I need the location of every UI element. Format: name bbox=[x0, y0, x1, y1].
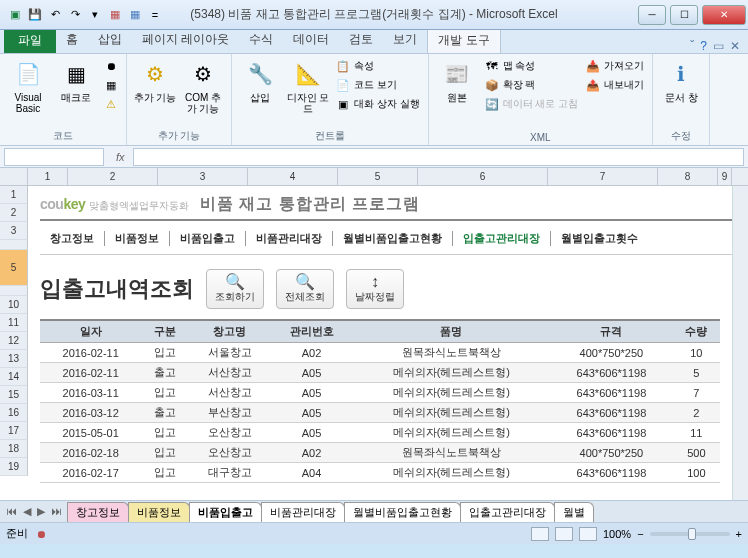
row-header[interactable]: 15 bbox=[0, 386, 28, 404]
sheet-tab[interactable]: 비품정보 bbox=[128, 502, 190, 522]
minimize-button[interactable]: ─ bbox=[638, 5, 666, 25]
xml-source-button[interactable]: 📰원본 bbox=[435, 58, 479, 103]
ribbon-tab[interactable]: 홈 bbox=[56, 27, 88, 53]
sheet-prev-icon[interactable]: ◀ bbox=[21, 505, 33, 518]
all-search-button[interactable]: 🔍전체조회 bbox=[276, 269, 334, 309]
record-macro-button[interactable]: ⏺ bbox=[102, 58, 120, 74]
row-header[interactable]: 14 bbox=[0, 368, 28, 386]
export-button[interactable]: 📤내보내기 bbox=[584, 77, 646, 93]
nav-tab[interactable]: 비품정보 bbox=[105, 231, 170, 246]
run-dialog-button[interactable]: ▣대화 상자 실행 bbox=[334, 96, 422, 112]
nav-tab[interactable]: 비품관리대장 bbox=[246, 231, 333, 246]
redo-icon[interactable]: ↷ bbox=[66, 6, 84, 24]
normal-view-button[interactable] bbox=[531, 527, 549, 541]
visual-basic-button[interactable]: 📄Visual Basic bbox=[6, 58, 50, 114]
page-break-view-button[interactable] bbox=[579, 527, 597, 541]
view-code-button[interactable]: 📄코드 보기 bbox=[334, 77, 422, 93]
row-header[interactable]: 11 bbox=[0, 314, 28, 332]
qat-custom2-icon[interactable]: ▦ bbox=[126, 6, 144, 24]
table-row[interactable]: 2016-02-11출고서산창고A05메쉬의자(헤드레스트형)643*606*1… bbox=[40, 363, 720, 383]
name-box[interactable] bbox=[4, 148, 104, 166]
sheet-next-icon[interactable]: ▶ bbox=[35, 505, 47, 518]
ribbon-minimize-icon[interactable]: ˇ bbox=[690, 39, 694, 53]
zoom-out-button[interactable]: − bbox=[637, 528, 643, 540]
window-restore-icon[interactable]: ▭ bbox=[713, 39, 724, 53]
ribbon-tab[interactable]: 보기 bbox=[383, 27, 427, 53]
ribbon-tab[interactable]: 삽입 bbox=[88, 27, 132, 53]
macro-security-button[interactable]: ⚠ bbox=[102, 96, 120, 112]
insert-control-button[interactable]: 🔧삽입 bbox=[238, 58, 282, 103]
maximize-button[interactable]: ☐ bbox=[670, 5, 698, 25]
select-all-corner[interactable] bbox=[0, 168, 28, 185]
column-header[interactable]: 5 bbox=[338, 168, 418, 185]
nav-tab[interactable]: 월별입출고횟수 bbox=[551, 231, 648, 246]
workbook-close-icon[interactable]: ✕ bbox=[730, 39, 740, 53]
row-header[interactable]: 19 bbox=[0, 458, 28, 476]
row-header[interactable]: 10 bbox=[0, 296, 28, 314]
nav-tab[interactable]: 월별비품입출고현황 bbox=[333, 231, 453, 246]
page-layout-view-button[interactable] bbox=[555, 527, 573, 541]
ribbon-tab[interactable]: 페이지 레이아웃 bbox=[132, 27, 239, 53]
date-sort-button[interactable]: ↕날짜정렬 bbox=[346, 269, 404, 309]
row-header[interactable]: 16 bbox=[0, 404, 28, 422]
column-header[interactable]: 6 bbox=[418, 168, 548, 185]
save-icon[interactable]: 💾 bbox=[26, 6, 44, 24]
expansion-button[interactable]: 📦확장 팩 bbox=[483, 77, 581, 93]
column-header[interactable]: 8 bbox=[658, 168, 718, 185]
column-header[interactable]: 4 bbox=[248, 168, 338, 185]
table-row[interactable]: 2016-02-17입고대구창고A04메쉬의자(헤드레스트형)643*606*1… bbox=[40, 463, 720, 483]
refresh-button[interactable]: 🔄데이터 새로 고침 bbox=[483, 96, 581, 112]
zoom-level[interactable]: 100% bbox=[603, 528, 631, 540]
table-row[interactable]: 2016-03-11입고서산창고A05메쉬의자(헤드레스트형)643*606*1… bbox=[40, 383, 720, 403]
macro-record-indicator-icon[interactable]: ⏺ bbox=[36, 528, 47, 540]
table-row[interactable]: 2015-05-01입고오산창고A05메쉬의자(헤드레스트형)643*606*1… bbox=[40, 423, 720, 443]
column-header[interactable]: 1 bbox=[28, 168, 68, 185]
addin-button[interactable]: ⚙추가 기능 bbox=[133, 58, 177, 103]
sheet-last-icon[interactable]: ⏭ bbox=[49, 505, 64, 518]
row-header[interactable]: 5 bbox=[0, 250, 28, 286]
sheet-tab[interactable]: 월별비품입출고현황 bbox=[344, 502, 461, 522]
row-header[interactable]: 13 bbox=[0, 350, 28, 368]
row-header[interactable]: 3 bbox=[0, 222, 28, 240]
macro-button[interactable]: ▦매크로 bbox=[54, 58, 98, 103]
zoom-slider[interactable] bbox=[650, 532, 730, 536]
table-row[interactable]: 2016-02-18입고오산창고A02원목좌식노트북책상400*750*2505… bbox=[40, 443, 720, 463]
row-header[interactable]: 2 bbox=[0, 204, 28, 222]
formula-input[interactable] bbox=[133, 148, 744, 166]
fx-label[interactable]: fx bbox=[108, 151, 133, 163]
ribbon-tab[interactable]: 개발 도구 bbox=[427, 27, 500, 53]
column-header[interactable]: 7 bbox=[548, 168, 658, 185]
qat-more-icon[interactable]: ▾ bbox=[86, 6, 104, 24]
nav-tab[interactable]: 창고정보 bbox=[40, 231, 105, 246]
vertical-scrollbar[interactable] bbox=[732, 186, 748, 500]
nav-tab[interactable]: 입출고관리대장 bbox=[453, 231, 551, 246]
table-row[interactable]: 2016-03-12출고부산창고A05메쉬의자(헤드레스트형)643*606*1… bbox=[40, 403, 720, 423]
sheet-tab[interactable]: 월별 bbox=[554, 502, 594, 522]
close-button[interactable]: ✕ bbox=[702, 5, 746, 25]
sheet-first-icon[interactable]: ⏮ bbox=[4, 505, 19, 518]
excel-icon[interactable]: ▣ bbox=[6, 6, 24, 24]
sheet-tab[interactable]: 입출고관리대장 bbox=[460, 502, 555, 522]
row-header[interactable]: 17 bbox=[0, 422, 28, 440]
doc-panel-button[interactable]: ℹ문서 창 bbox=[659, 58, 703, 103]
column-header[interactable]: 3 bbox=[158, 168, 248, 185]
column-header[interactable]: 9 bbox=[718, 168, 732, 185]
ribbon-tab[interactable]: 데이터 bbox=[283, 27, 339, 53]
relative-ref-button[interactable]: ▦ bbox=[102, 77, 120, 93]
ribbon-tab[interactable]: 수식 bbox=[239, 27, 283, 53]
qat-custom1-icon[interactable]: ▦ bbox=[106, 6, 124, 24]
sheet-tab[interactable]: 비품입출고 bbox=[189, 502, 262, 522]
row-header[interactable]: 1 bbox=[0, 186, 28, 204]
nav-tab[interactable]: 비품입출고 bbox=[170, 231, 246, 246]
row-header[interactable]: 18 bbox=[0, 440, 28, 458]
undo-icon[interactable]: ↶ bbox=[46, 6, 64, 24]
worksheet-grid[interactable]: 123510111213141516171819 coukey 맞춤형엑셀업무자… bbox=[0, 186, 748, 500]
ribbon-tab[interactable]: 검토 bbox=[339, 27, 383, 53]
import-button[interactable]: 📥가져오기 bbox=[584, 58, 646, 74]
sheet-tab[interactable]: 비품관리대장 bbox=[261, 502, 345, 522]
design-mode-button[interactable]: 📐디자인 모드 bbox=[286, 58, 330, 114]
search-button[interactable]: 🔍조회하기 bbox=[206, 269, 264, 309]
com-addin-button[interactable]: ⚙COM 추가 기능 bbox=[181, 58, 225, 114]
column-header[interactable]: 2 bbox=[68, 168, 158, 185]
properties-button[interactable]: 📋속성 bbox=[334, 58, 422, 74]
